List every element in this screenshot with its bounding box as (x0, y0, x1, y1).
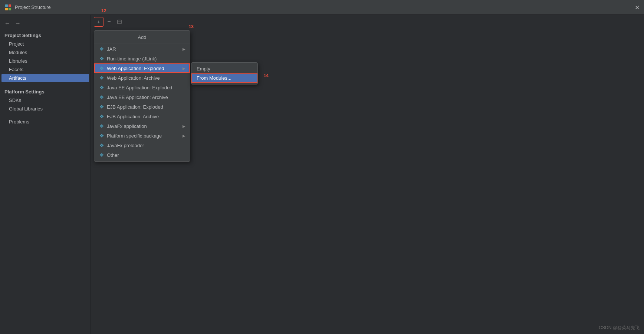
close-button[interactable]: ✕ (635, 4, 640, 11)
content-area: 12 + − 13 Add ❖ JAR ▶ (91, 15, 644, 334)
main-layout: ← → Project Settings Project Modules Lib… (0, 15, 644, 334)
dropdown-header: Add (94, 32, 190, 43)
annotation-12: 12 (101, 8, 106, 13)
platform-package-arrow: ▶ (183, 134, 185, 138)
menu-item-platform-package[interactable]: ❖ Platform specific package ▶ (94, 131, 190, 140)
nav-buttons: ← → (0, 18, 91, 30)
menu-item-javafx[interactable]: ❖ JavaFx application ▶ (94, 121, 190, 131)
menu-item-web-exploded[interactable]: ❖ Web Application: Exploded ▶ (94, 63, 190, 73)
menu-item-javaee-archive[interactable]: ❖ Java EE Application: Archive (94, 92, 190, 102)
forward-button[interactable]: → (13, 19, 22, 27)
web-archive-icon: ❖ (99, 75, 105, 81)
menu-item-other[interactable]: ❖ Other (94, 150, 190, 160)
app-icon (4, 4, 12, 11)
add-dropdown-container: 13 Add ❖ JAR ▶ ❖ Run-time image (JLink) … (94, 30, 258, 162)
annotation-14-label: 14 (264, 73, 269, 78)
sidebar: ← → Project Settings Project Modules Lib… (0, 15, 91, 334)
ejb-exploded-icon: ❖ (99, 104, 105, 110)
web-exploded-submenu: 14 Empty From Modules... (191, 62, 258, 85)
svg-rect-2 (5, 8, 8, 10)
other-icon: ❖ (99, 152, 105, 158)
web-exploded-icon: ❖ (99, 65, 105, 71)
runtime-icon: ❖ (99, 56, 105, 62)
sidebar-item-global-libraries[interactable]: Global Libraries (0, 105, 91, 113)
sidebar-item-sdks[interactable]: SDKs (0, 96, 91, 105)
sidebar-item-problems[interactable]: Problems (0, 118, 91, 126)
attribution: CSDN @@菜马先飞 (599, 325, 640, 331)
menu-item-javafx-preloader[interactable]: ❖ JavaFx preloader (94, 140, 190, 150)
javaee-exploded-icon: ❖ (99, 85, 105, 90)
remove-button[interactable]: − (104, 17, 114, 27)
menu-item-ejb-archive[interactable]: ❖ EJB Application: Archive (94, 112, 190, 121)
submenu-item-from-modules[interactable]: From Modules... (191, 73, 257, 83)
add-dropdown-menu: 13 Add ❖ JAR ▶ ❖ Run-time image (JLink) … (94, 30, 190, 162)
platform-settings-header: Platform Settings (0, 87, 91, 96)
menu-item-jar[interactable]: ❖ JAR ▶ (94, 44, 190, 54)
svg-rect-0 (5, 4, 8, 7)
svg-rect-4 (118, 20, 121, 24)
javaee-archive-icon: ❖ (99, 94, 105, 100)
sidebar-item-modules[interactable]: Modules (0, 48, 91, 57)
toolbar: 12 + − (91, 15, 644, 29)
menu-item-runtime[interactable]: ❖ Run-time image (JLink) (94, 54, 190, 63)
jar-icon: ❖ (99, 46, 105, 52)
svg-rect-3 (9, 8, 11, 10)
edit-button[interactable] (115, 17, 124, 27)
title-bar: Project Structure ✕ (0, 0, 644, 15)
annotation-13-label: 13 (189, 24, 194, 29)
javafx-arrow: ▶ (183, 124, 185, 128)
add-button[interactable]: + (94, 17, 104, 27)
menu-item-ejb-exploded[interactable]: ❖ EJB Application: Exploded (94, 102, 190, 112)
sidebar-item-artifacts[interactable]: Artifacts (1, 74, 89, 82)
svg-rect-1 (9, 4, 11, 7)
menu-item-javaee-exploded[interactable]: ❖ Java EE Application: Exploded (94, 83, 190, 92)
platform-package-icon: ❖ (99, 133, 105, 139)
web-exploded-arrow: ▶ (183, 66, 185, 70)
submenu-item-empty[interactable]: Empty (191, 64, 257, 73)
sidebar-item-facets[interactable]: Facets (0, 65, 91, 74)
project-settings-header: Project Settings (0, 30, 91, 40)
back-button[interactable]: ← (3, 19, 12, 27)
sidebar-item-libraries[interactable]: Libraries (0, 57, 91, 65)
menu-item-web-archive[interactable]: ❖ Web Application: Archive (94, 73, 190, 83)
ejb-archive-icon: ❖ (99, 113, 105, 119)
window-title: Project Structure (15, 4, 51, 10)
sidebar-item-project[interactable]: Project (0, 40, 91, 48)
javafx-icon: ❖ (99, 123, 105, 129)
jar-arrow: ▶ (183, 47, 185, 51)
javafx-preloader-icon: ❖ (99, 142, 105, 148)
